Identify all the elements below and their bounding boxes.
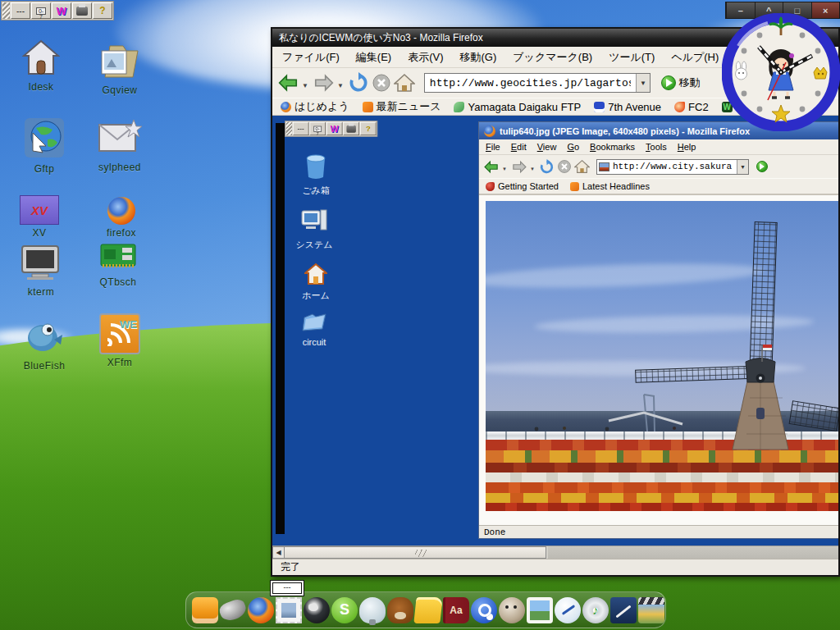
desktop-icon-gqview[interactable]: Gqview [82,43,158,96]
bookmark-hajimeyou[interactable]: はじめよう [281,99,349,114]
status-text: 完了 [281,560,300,574]
icon-label: XV [2,227,77,239]
desktop-icon-bluefish[interactable]: BlueFish [7,317,82,372]
desktop-icon-gftp[interactable]: Gftp [7,118,82,175]
home-button[interactable] [394,73,415,93]
inner-bookmarks-toolbar: Getting Started Latest Headlines [479,178,838,194]
dock-web-globe[interactable] [304,597,330,623]
tool-icon: 0-7 [313,126,322,131]
home-icon [304,263,327,285]
icon-label: firefox [84,227,159,239]
desktop-icon-xv[interactable]: XV XV [2,195,77,239]
windowmaker-button[interactable]: W [52,2,71,19]
menu-view[interactable]: 表示(V) [408,50,443,65]
person-icon [594,102,605,112]
desktop: --- 0-7 W ? Idesk Gqview Gftp sylpheed X… [0,0,840,630]
desktop-icon-firefox[interactable]: firefox [84,197,159,239]
tray-handle[interactable] [2,2,10,19]
bookmark-label: Getting Started [498,181,559,191]
menu-bookmarks[interactable]: ブックマーク(B) [513,50,592,65]
forward-dropdown: ▼ [530,167,535,171]
dock-spotlight-search[interactable] [471,597,497,623]
forward-dropdown[interactable]: ▼ [337,82,344,89]
desktop-icon-idesk[interactable]: Idesk [3,39,79,93]
inner-url-bar: ▼ [596,159,749,175]
dock-movie-editor[interactable] [638,597,664,623]
shade-tray-button[interactable]: --- [11,2,30,19]
circuit-board-icon [99,243,137,271]
url-dropdown[interactable]: ▼ [636,74,650,92]
menu-help: Help [678,142,696,152]
dock-dictionary[interactable]: Aa [443,597,469,623]
dock-cow[interactable] [387,597,413,623]
stop-button[interactable] [372,73,391,93]
menu-help[interactable]: ヘルプ(H) [671,50,719,65]
bookmark-label: Yamagata Daigaku FTP [468,101,581,113]
dock-text-write[interactable] [610,597,637,623]
dock-mail[interactable] [276,597,302,623]
back-button [483,159,500,175]
inner-go-button [756,161,768,172]
home-button [574,159,590,174]
icon-label: BlueFish [7,360,82,372]
inner-page-content [479,194,838,525]
dock-external-drive[interactable] [192,597,218,623]
desktop-icon-xffm[interactable]: WE XFfm [82,313,158,368]
reload-button [539,159,555,175]
forward-button[interactable] [313,72,335,94]
dictionary-glyph: Aa [450,605,462,616]
menu-go[interactable]: 移動(G) [460,50,497,65]
bookmark-label: はじめよう [294,99,349,114]
horizontal-scrollbar[interactable]: ◀ [272,546,838,559]
dock-draw-pen[interactable] [555,597,581,623]
menu-file[interactable]: ファイル(F) [282,50,340,65]
go-button[interactable]: 移動 [661,75,701,90]
menu-file: File [486,142,500,152]
clock-widget[interactable] [722,13,840,131]
reload-button[interactable] [348,72,369,94]
inner-window-title: tulip640.jpg (JPEG Image, 640x480 pixels… [500,126,750,136]
bookmark-fc2[interactable]: FC2 [674,101,709,113]
icon-label: Idesk [3,81,79,93]
url-bar: ▼ [424,73,651,93]
icon-label: circuit [285,337,343,347]
bookmark-7th-avenue[interactable]: 7th Avenue [594,101,661,113]
scroll-left-arrow[interactable]: ◀ [272,546,285,559]
url-dropdown: ▼ [737,160,748,174]
dock-firefox[interactable] [248,597,274,623]
dock-gimp[interactable] [499,597,525,623]
back-dropdown[interactable]: ▼ [302,82,308,89]
bookmark-latest-news[interactable]: 最新ニュース [363,99,441,114]
clock-face [722,13,840,131]
dock-music-cd[interactable]: ♪ [582,597,609,623]
icon-label: Gqview [82,84,158,96]
menu-tools[interactable]: ツール(T) [609,50,655,65]
dock-game-controller[interactable] [217,597,249,623]
bookmark-yamagata-ftp[interactable]: Yamagata Daigaku FTP [454,101,581,113]
printer-icon [346,125,355,132]
desktop-icon-kterm[interactable]: kterm [3,244,79,298]
dock-photos[interactable] [527,597,553,623]
question-icon: ? [366,124,371,133]
bookmark-latest-headlines: Latest Headlines [570,181,650,191]
back-button[interactable] [277,72,299,94]
firefox-icon [107,197,135,225]
dock-skype[interactable]: S [331,597,358,623]
print-button[interactable] [72,2,92,19]
shaded-window-button[interactable]: --- [272,582,302,594]
help-button[interactable]: ? [93,2,112,19]
menu-edit[interactable]: 編集(E) [356,50,391,65]
scrollbar-thumb[interactable] [284,546,546,559]
ftp-icon [454,102,464,112]
screenshot-icewm-tray: --- 0-7 W ? [285,121,377,137]
dock-office-folder[interactable] [413,597,442,623]
inner-navigation-toolbar: ▼ ▼ ▼ [479,155,838,178]
url-input[interactable] [425,77,636,89]
scrollbar-track[interactable] [548,546,838,559]
desktop-icon-qtbsch[interactable]: QTbsch [80,243,156,288]
menu-bookmarks: Bookmarks [590,142,635,152]
desktop-icon-sylpheed[interactable]: sylpheed [82,118,158,173]
dock-lightbulb[interactable] [359,597,386,623]
iconify-tool-button[interactable]: 0-7 [31,2,51,19]
icon-label: ホーム [287,290,345,302]
